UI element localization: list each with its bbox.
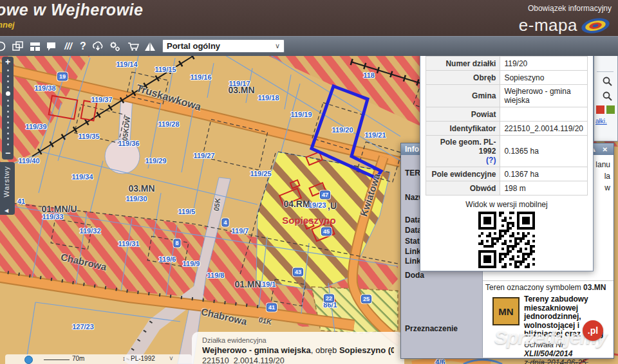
partial-circle-icon[interactable] xyxy=(0,40,7,53)
field-value: Wejherowo - gmina wiejska xyxy=(500,85,588,107)
field-value: Sopieszyno xyxy=(500,71,588,85)
parcel-attributes-table: Numer działki119/20ObrębSopieszynoGminaW… xyxy=(426,56,588,196)
tooltip-line1: Wejherowo - gmina wiejska, obręb Sopiesz… xyxy=(202,345,394,355)
tooltip-title: Działka ewidencyjna xyxy=(202,336,394,344)
app-title: owe w Wejherowie xyxy=(0,1,143,19)
field-label: Stat xyxy=(405,237,420,246)
field-label-przeznaczenie: Przeznaczenie xyxy=(405,324,458,333)
mobile-view-caption: Widok w wersji mobilnej xyxy=(420,200,593,209)
field-value: 0.1367 ha xyxy=(500,167,588,181)
window-copy-icon[interactable] xyxy=(11,40,24,53)
help-icon[interactable]: ? xyxy=(77,40,89,53)
truncated-text-fragments: lanulaw xyxy=(595,159,610,194)
tooltip-parcel-id: 221510_2.0014.119/20 xyxy=(202,356,394,364)
globe-icon xyxy=(581,17,610,34)
truncated-link[interactable]: ałki. xyxy=(595,118,607,125)
field-label: Numer działki xyxy=(426,57,500,71)
field-label: Obręb xyxy=(426,71,500,85)
selected-parcel-outline xyxy=(312,86,381,178)
zone-summary-line: Teren oznaczony symbolem 03.MN xyxy=(485,283,612,292)
info-panel-title: Info xyxy=(405,145,419,154)
zoom-in-button[interactable]: + xyxy=(2,57,14,67)
brand-logo: e-mapa xyxy=(519,15,610,35)
prism-icon[interactable] xyxy=(144,40,156,53)
app-subtitle: nnej xyxy=(0,20,15,30)
field-value: 198 m xyxy=(500,181,588,196)
zoom-control[interactable]: + − xyxy=(2,57,14,159)
field-label: TER xyxy=(405,168,420,177)
info-obligation-link[interactable]: Obowiązek informacyjny xyxy=(528,4,612,13)
layout-icon[interactable] xyxy=(28,40,41,53)
table-row: Identyfikator221510_2.0014.119/20 xyxy=(426,122,588,136)
help-link[interactable]: (?) xyxy=(486,156,496,165)
scale-ruler xyxy=(44,359,70,360)
field-label: Pole ewidencyjne xyxy=(426,167,500,181)
field-label: Link xyxy=(405,247,421,256)
field-value xyxy=(500,107,588,122)
crs-dropdown-chevron[interactable]: ˅ xyxy=(169,355,173,362)
layers-tab[interactable]: Warstwy ◀ xyxy=(0,162,15,215)
speech-bubble-icon[interactable] xyxy=(44,40,57,53)
field-value: 119/20 xyxy=(500,57,588,71)
zoom-out-button[interactable]: − xyxy=(2,149,14,158)
cloud-download-icon[interactable] xyxy=(91,40,104,53)
crs-label: PL-1992 xyxy=(131,355,155,362)
portal-select-value: Portal ogólny xyxy=(167,41,220,51)
cart-icon[interactable] xyxy=(127,40,140,53)
app-window: 119/14119/15119/16119/38119/37119/17119/… xyxy=(0,0,618,364)
field-label: Doda xyxy=(405,271,424,280)
zone-description: Tereny zabudowy mieszakniowej jednorodzi… xyxy=(524,295,612,339)
table-row: GminaWejherowo - gmina wiejska xyxy=(426,85,588,107)
geoportal-icon[interactable] xyxy=(24,356,33,364)
collapse-left-icon: ◀ xyxy=(5,208,8,214)
qr-code xyxy=(478,212,535,268)
hover-tooltip: Działka ewidencyjna Wejherowo - gmina wi… xyxy=(192,332,404,364)
brand-text: e-mapa xyxy=(519,15,577,35)
field-label: Gmina xyxy=(426,85,500,107)
table-row: ObrębSopieszyno xyxy=(426,71,588,85)
measure-icon[interactable]: /// xyxy=(62,40,75,53)
scale-label: 70m xyxy=(72,355,84,362)
field-value: 0.1365 ha xyxy=(500,136,588,167)
map-statusbar: 70m ↕ PL-1992 ˅ xyxy=(5,354,192,364)
search-icon[interactable] xyxy=(602,91,613,104)
settings-gears-icon[interactable] xyxy=(108,40,121,53)
parcel-panel: Działka ewidencyjna × Numer działki119/2… xyxy=(420,37,594,271)
field-label: Obwód xyxy=(426,181,500,196)
resolution-reference: Uchwała Nr XLII/504/2014 z dnia 2014-06-… xyxy=(524,340,614,364)
red-layer-swatch[interactable] xyxy=(596,105,604,114)
zoom-slider[interactable] xyxy=(2,69,14,145)
field-value: 221510_2.0014.119/20 xyxy=(500,122,588,136)
field-label: Pole geom. PL-1992(?) xyxy=(426,136,500,167)
header-bar: owe w Wejherowie nnej Obowiązek informac… xyxy=(0,0,618,36)
chevron-down-icon: ∨ xyxy=(275,42,280,50)
table-row: Pole geom. PL-1992(?)0.1365 ha xyxy=(426,136,588,167)
table-row: Powiat xyxy=(426,107,588,122)
search-icon[interactable] xyxy=(602,76,613,89)
field-label: Identyfikator xyxy=(426,122,500,136)
table-row: Pole ewidencyjne0.1367 ha xyxy=(426,167,588,181)
field-label: Link xyxy=(405,257,421,266)
field-label: Powiat xyxy=(426,107,500,122)
crs-arrows-icon: ↕ xyxy=(122,355,126,362)
green-layer-swatch[interactable] xyxy=(606,105,615,114)
table-row: Numer działki119/20 xyxy=(426,57,588,71)
portal-select[interactable]: Portal ogólny ∨ xyxy=(162,39,285,53)
toolbar: /// ? Portal ogólny ∨ xyxy=(0,36,618,56)
table-row: Obwód198 m xyxy=(426,181,588,196)
zone-symbol-badge: MN xyxy=(492,297,520,325)
layers-tab-label: Warstwy xyxy=(3,166,10,197)
close-panel-icon[interactable]: ✕ xyxy=(603,146,610,153)
